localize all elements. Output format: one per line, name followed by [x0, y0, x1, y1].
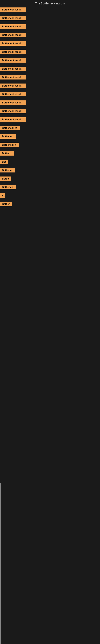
site-title: TheBottlenecker.com: [0, 0, 100, 6]
bottleneck-bar-13: Bottleneck result: [0, 109, 26, 113]
bar-row-8: Bottleneck result: [0, 65, 100, 74]
bottleneck-bar-2: Bottleneck result: [0, 16, 26, 20]
bar-row-4: Bottleneck result: [0, 31, 100, 40]
bottleneck-bar-1: Bottleneck result: [0, 8, 26, 12]
bar-row-20: Bottlene: [0, 166, 100, 175]
bottleneck-bar-19: Bot: [0, 160, 8, 164]
bar-row-22: Bottlenec: [0, 183, 100, 192]
bottleneck-bar-9: Bottleneck result: [0, 75, 26, 80]
bar-row-16: Bottlenec: [0, 132, 100, 141]
bar-row-9: Bottleneck result: [0, 74, 100, 82]
bar-row-13: Bottleneck result: [0, 107, 100, 116]
bottleneck-bar-5: Bottleneck result: [0, 41, 26, 46]
bar-row-5: Bottleneck result: [0, 40, 100, 48]
bar-row-19: Bot: [0, 158, 100, 166]
bar-row-6: Bottleneck result: [0, 48, 100, 56]
bottleneck-bar-21: Bottle: [0, 176, 11, 181]
bottleneck-bar-16: Bottlenec: [0, 134, 16, 139]
bottleneck-bar-6: Bottleneck result: [0, 50, 26, 54]
bottleneck-bar-7: Bottleneck result: [0, 58, 26, 62]
bar-row-21: Bottle: [0, 175, 100, 183]
bottleneck-bar-11: Bottleneck result: [0, 92, 26, 96]
bar-row-1: Bottleneck result: [0, 6, 100, 14]
bar-row-14: Bottleneck result: [0, 116, 100, 124]
bottleneck-bar-3: Bottleneck result: [0, 24, 26, 29]
bar-row-11: Bottleneck result: [0, 90, 100, 99]
bar-row-23: Bo: [0, 192, 100, 200]
bottleneck-bar-14: Bottleneck result: [0, 117, 26, 122]
bottleneck-bar-22: Bottlenec: [0, 185, 16, 190]
bottleneck-bar-10: Bottleneck result: [0, 84, 26, 88]
bottleneck-bar-20: Bottlene: [0, 168, 15, 172]
bar-row-12: Bottleneck result: [0, 99, 100, 107]
bar-row-24: Bottler: [0, 200, 100, 209]
bar-row-7: Bottleneck result: [0, 56, 100, 65]
bottleneck-bar-18: Bottlen: [0, 151, 14, 156]
bottleneck-bar-8: Bottleneck result: [0, 66, 26, 71]
bar-row-17: Bottleneck r: [0, 141, 100, 150]
bars-container: Bottleneck resultBottleneck resultBottle…: [0, 6, 100, 209]
bottleneck-bar-12: Bottleneck result: [0, 100, 26, 105]
bottleneck-bar-23: Bo: [0, 194, 5, 198]
bottleneck-bar-15: Bottleneck re: [0, 126, 20, 130]
vertical-line: [0, 483, 1, 644]
bar-row-15: Bottleneck re: [0, 124, 100, 132]
bottleneck-bar-4: Bottleneck result: [0, 33, 26, 37]
bottleneck-bar-24: Bottler: [0, 202, 12, 206]
bar-row-10: Bottleneck result: [0, 82, 100, 90]
bar-row-2: Bottleneck result: [0, 14, 100, 23]
bar-row-18: Bottlen: [0, 150, 100, 158]
bar-row-3: Bottleneck result: [0, 23, 100, 31]
bottleneck-bar-17: Bottleneck r: [0, 143, 19, 147]
